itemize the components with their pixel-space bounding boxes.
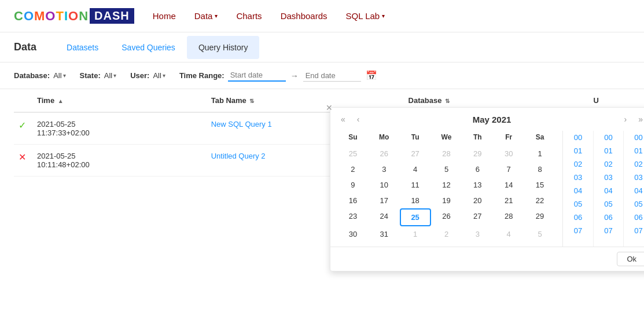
tab-datasets[interactable]: Datasets: [55, 36, 110, 59]
time-item[interactable]: 00: [624, 131, 644, 144]
navbar: COMOTION DASH Home Data▾ Charts Dashboar…: [0, 0, 644, 32]
hour-list: 00 01 02 03 04 05 06 07: [563, 131, 593, 177]
tabname-sort-icon[interactable]: ⇅: [249, 98, 254, 104]
time-range-label: Time Range:: [179, 71, 225, 80]
logo-dash: DASH: [90, 8, 134, 24]
cal-day[interactable]: 6: [462, 161, 493, 177]
database-filter: Database: All ▾: [14, 71, 66, 80]
end-date-input[interactable]: [303, 70, 361, 82]
calendar-popup: ✕ « ‹ May 2021 › » Su Mo Tu We Th Fr Sa …: [330, 107, 644, 177]
cal-day[interactable]: 8: [524, 161, 555, 177]
nav-data[interactable]: Data▾: [194, 11, 218, 21]
calendar-header: « ‹ May 2021 › »: [330, 108, 644, 131]
time-item[interactable]: 03: [563, 171, 593, 177]
database-select[interactable]: All ▾: [53, 71, 65, 80]
calendar-grid-container: Su Mo Tu We Th Fr Sa 25 26 27 28 29 30 1…: [330, 131, 644, 177]
cal-day[interactable]: 3: [369, 161, 400, 177]
time-item[interactable]: 02: [563, 157, 593, 171]
weekday-th: Th: [462, 131, 493, 144]
nav-home[interactable]: Home: [153, 11, 176, 21]
row1-status: ✓: [14, 112, 32, 145]
close-icon[interactable]: ✕: [326, 103, 333, 112]
time-item[interactable]: 03: [624, 171, 644, 177]
cal-day[interactable]: 25: [337, 146, 369, 161]
time-item[interactable]: 01: [624, 144, 644, 157]
cal-day[interactable]: 1: [524, 146, 555, 161]
user-label: User:: [130, 71, 149, 80]
row2-status: ✕: [14, 145, 32, 177]
calendar-weekdays: Su Mo Tu We Th Fr Sa: [337, 131, 555, 144]
time-item[interactable]: 02: [594, 157, 623, 171]
calendar-dates: 25 26 27 28 29 30 1 2 3 4 5 6 7 8 9 10 1…: [337, 146, 555, 177]
state-arrow: ▾: [113, 72, 116, 79]
user-select[interactable]: All ▾: [153, 71, 165, 80]
database-arrow: ▾: [63, 72, 66, 79]
cal-day[interactable]: 27: [400, 146, 431, 161]
row1-time: 2021-05-2511:37:33+02:00: [32, 112, 207, 145]
state-filter: State: All ▾: [80, 71, 117, 80]
time-item[interactable]: 00: [563, 131, 593, 144]
cal-day[interactable]: 29: [462, 146, 493, 161]
time-range-filter: Time Range: → 📅: [179, 69, 377, 82]
prev-month-button[interactable]: ‹: [354, 113, 363, 125]
minute-list: 00 01 02 03 04 05 06 07: [594, 131, 623, 177]
weekday-sa: Sa: [524, 131, 555, 144]
weekday-tu: Tu: [400, 131, 431, 144]
user-arrow: ▾: [163, 72, 165, 79]
start-date-input[interactable]: [228, 69, 286, 82]
sub-nav: Data Datasets Saved Queries Query Histor…: [0, 32, 644, 63]
cal-day[interactable]: 28: [431, 146, 462, 161]
time-col-minute: 00 01 02 03 04 05 06 07: [593, 131, 623, 177]
weekday-fr: Fr: [493, 131, 524, 144]
calendar-icon[interactable]: 📅: [366, 70, 377, 81]
cal-day[interactable]: 26: [369, 146, 400, 161]
calendar-days: Su Mo Tu We Th Fr Sa 25 26 27 28 29 30 1…: [330, 131, 562, 177]
date-range-arrow: →: [290, 71, 299, 80]
nav-charts[interactable]: Charts: [236, 11, 262, 21]
cal-day[interactable]: 2: [337, 161, 369, 177]
next-year-button[interactable]: »: [635, 113, 644, 125]
filters: Database: All ▾ State: All ▾ User: All ▾…: [0, 63, 644, 89]
col-status: [14, 89, 32, 112]
nav-sqllab-arrow: ▾: [382, 13, 385, 19]
nav-dashboards[interactable]: Dashboards: [281, 11, 327, 21]
time-col-second: 00 01 02 03 04 05 06 07: [623, 131, 644, 177]
time-item[interactable]: 00: [594, 131, 623, 144]
tab-query-history[interactable]: Query History: [187, 36, 260, 59]
logo-comotion: COMOTION: [14, 9, 89, 24]
database-label: Database:: [14, 71, 50, 80]
prev-year-button[interactable]: «: [337, 113, 349, 125]
database-sort-icon[interactable]: ⇅: [445, 98, 450, 104]
time-col-hour: 00 01 02 03 04 05 06 07: [563, 131, 593, 177]
nav-links: Home Data▾ Charts Dashboards SQL Lab▾: [153, 11, 385, 21]
time-range-inputs: → 📅: [228, 69, 377, 82]
state-label: State:: [80, 71, 101, 80]
row2-time: 2021-05-2510:11:48+02:00: [32, 145, 207, 177]
weekday-mo: Mo: [369, 131, 400, 144]
nav-data-arrow: ▾: [215, 13, 218, 19]
state-select[interactable]: All ▾: [104, 71, 116, 80]
cal-day[interactable]: 4: [400, 161, 431, 177]
nav-sqllab[interactable]: SQL Lab▾: [346, 11, 385, 21]
weekday-we: We: [431, 131, 462, 144]
cal-day[interactable]: 7: [493, 161, 524, 177]
time-columns: 00 01 02 03 04 05 06 07 00 01 02 03 04: [562, 131, 644, 177]
logo: COMOTION DASH: [14, 8, 134, 24]
col-time: Time ▲: [32, 89, 207, 112]
time-item[interactable]: 02: [624, 157, 644, 171]
time-item[interactable]: 01: [563, 144, 593, 157]
cal-day[interactable]: 5: [431, 161, 462, 177]
sub-nav-tabs: Datasets Saved Queries Query History: [55, 36, 259, 59]
tab-saved-queries[interactable]: Saved Queries: [110, 36, 187, 59]
calendar-month-year: May 2021: [367, 115, 616, 124]
user-filter: User: All ▾: [130, 71, 165, 80]
next-month-button[interactable]: ›: [621, 113, 631, 125]
cal-day[interactable]: 30: [493, 146, 524, 161]
time-sort-icon[interactable]: ▲: [58, 98, 64, 104]
time-item[interactable]: 01: [594, 144, 623, 157]
weekday-su: Su: [337, 131, 369, 144]
page-title: Data: [14, 41, 36, 53]
time-item[interactable]: 03: [594, 171, 623, 177]
second-list: 00 01 02 03 04 05 06 07: [624, 131, 644, 177]
